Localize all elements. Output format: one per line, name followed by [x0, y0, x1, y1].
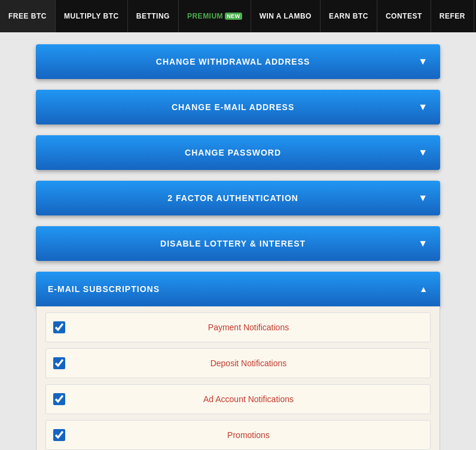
premium-new-badge: NEW [225, 13, 242, 20]
deposit-notifications-label: Deposit Notifications [74, 358, 423, 368]
promotions-checkbox[interactable] [53, 429, 65, 441]
change-password-label: CHANGE PASSWORD [48, 148, 418, 157]
disable-lottery-label: DISABLE LOTTERY & INTEREST [48, 239, 418, 248]
email-subscriptions-chevron: ▲ [419, 284, 428, 294]
change-password-chevron: ▼ [418, 147, 428, 158]
ad-account-notifications-label: Ad Account Notifications [74, 394, 423, 404]
two-factor-button[interactable]: 2 FACTOR AUTHENTICATION ▼ [36, 181, 440, 215]
ad-account-notifications-checkbox[interactable] [53, 393, 65, 405]
email-subscriptions-section: E-MAIL SUBSCRIPTIONS ▲ Payment Notificat… [36, 272, 440, 450]
nav-win-a-lambo[interactable]: WIN A LAMBO [251, 0, 321, 32]
email-subscriptions-label: E-MAIL SUBSCRIPTIONS [48, 284, 160, 294]
change-withdrawal-button[interactable]: CHANGE WITHDRAWAL ADDRESS ▼ [36, 44, 440, 79]
ad-account-notifications-row: Ad Account Notifications [45, 384, 431, 414]
change-email-label: CHANGE E-MAIL ADDRESS [48, 102, 418, 112]
nav-contest[interactable]: CONTEST [377, 0, 431, 32]
change-email-button[interactable]: CHANGE E-MAIL ADDRESS ▼ [36, 90, 440, 124]
payment-notifications-row: Payment Notifications [45, 312, 431, 342]
payment-notifications-label: Payment Notifications [74, 323, 423, 332]
promotions-label: Promotions [74, 430, 423, 440]
email-subscriptions-header[interactable]: E-MAIL SUBSCRIPTIONS ▲ [36, 272, 440, 306]
deposit-notifications-checkbox[interactable] [53, 357, 65, 369]
disable-lottery-chevron: ▼ [418, 238, 428, 249]
nav-betting[interactable]: BETTING [128, 0, 179, 32]
change-withdrawal-label: CHANGE WITHDRAWAL ADDRESS [48, 57, 418, 66]
two-factor-label: 2 FACTOR AUTHENTICATION [48, 193, 418, 203]
change-password-button[interactable]: CHANGE PASSWORD ▼ [36, 135, 440, 170]
two-factor-chevron: ▼ [418, 193, 428, 203]
promotions-row: Promotions [45, 420, 431, 450]
deposit-notifications-row: Deposit Notifications [45, 348, 431, 378]
main-content: CHANGE WITHDRAWAL ADDRESS ▼ CHANGE E-MAI… [0, 32, 476, 450]
navbar: FREE BTC MULTIPLY BTC BETTING PREMIUM NE… [0, 0, 476, 32]
email-subscriptions-body: Payment Notifications Deposit Notificati… [36, 306, 440, 450]
change-email-chevron: ▼ [418, 102, 428, 113]
change-withdrawal-chevron: ▼ [418, 56, 428, 67]
nav-earn-btc[interactable]: EARN BTC [321, 0, 377, 32]
nav-premium[interactable]: PREMIUM NEW [179, 0, 251, 32]
nav-refer[interactable]: REFER [431, 0, 474, 32]
nav-free-btc[interactable]: FREE BTC [0, 0, 56, 32]
nav-multiply-btc[interactable]: MULTIPLY BTC [56, 0, 128, 32]
payment-notifications-checkbox[interactable] [53, 321, 65, 333]
disable-lottery-button[interactable]: DISABLE LOTTERY & INTEREST ▼ [36, 226, 440, 261]
